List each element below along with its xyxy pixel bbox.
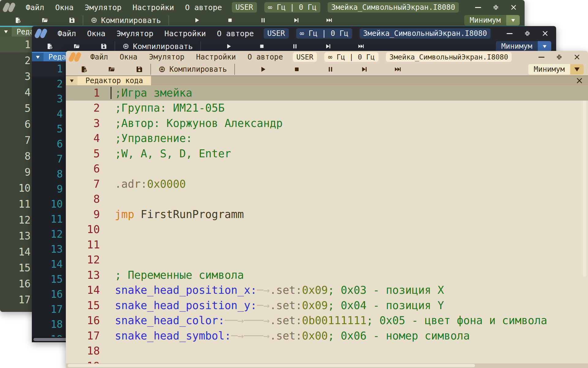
menu-windows[interactable]: Окна — [55, 3, 74, 12]
minimize-button[interactable] — [474, 3, 482, 12]
editor-line[interactable]: 9jmp FirstRunProgramm — [66, 207, 588, 222]
editor-line[interactable]: 17snake_head_symbol:─→───→.set:0x00; 0x0… — [66, 328, 588, 343]
step-button[interactable] — [325, 43, 331, 50]
menu-windows[interactable]: Окна — [87, 29, 105, 38]
editor-line[interactable]: 4;Управление: — [66, 131, 588, 146]
line-number: 11 — [66, 239, 100, 251]
collapse-panel-button[interactable] — [66, 76, 77, 85]
titlebar[interactable]: Файл Окна Эмулятор Настройки О авторе US… — [32, 26, 556, 41]
pause-button[interactable] — [327, 66, 334, 73]
editor-line[interactable]: 8 — [66, 192, 588, 207]
run-to-end-button[interactable] — [326, 17, 333, 24]
open-file-button[interactable] — [42, 17, 48, 24]
close-button[interactable] — [573, 53, 581, 61]
run-button[interactable] — [225, 43, 232, 50]
editor-line[interactable]: 15snake_head_position_y:─→.set:0x09; 0x0… — [66, 298, 588, 313]
new-file-button[interactable] — [81, 66, 88, 73]
minimize-button[interactable] — [537, 53, 546, 61]
titlebar[interactable]: Файл Окна Эмулятор Настройки О авторе US… — [66, 51, 588, 63]
editor-line[interactable]: 1;Игра змейка — [66, 85, 588, 101]
stop-button[interactable] — [227, 17, 233, 24]
open-file-button[interactable] — [74, 43, 80, 50]
editor-line[interactable]: 14snake_head_position_x:─→.set:0x09; 0x0… — [66, 283, 588, 298]
horizontal-scrollbar[interactable] — [66, 363, 588, 368]
compile-button[interactable]: Компилировать — [123, 42, 193, 51]
editor-line[interactable]: 3;Автор: Коржунов Александр — [66, 116, 588, 131]
minimize-button[interactable] — [505, 29, 514, 38]
line-number: 17 — [32, 303, 63, 315]
pause-button[interactable] — [260, 17, 266, 24]
restore-button[interactable] — [555, 53, 564, 61]
line-number: 12 — [32, 228, 63, 240]
menu-emulator[interactable]: Эмулятор — [85, 3, 121, 12]
menu-file[interactable]: Файл — [90, 53, 108, 61]
line-number: 9 — [0, 166, 31, 178]
step-button[interactable] — [293, 17, 300, 24]
collapse-panel-button[interactable] — [0, 27, 12, 36]
speed-select[interactable]: Минимум — [464, 15, 520, 25]
line-number: 8 — [0, 150, 31, 162]
menu-emulator[interactable]: Эмулятор — [149, 53, 185, 61]
editor-line[interactable]: 6 — [66, 161, 588, 177]
menu-settings[interactable]: Настройки — [164, 29, 206, 38]
menu-about[interactable]: О авторе — [247, 53, 283, 61]
menu-settings[interactable]: Настройки — [133, 3, 174, 12]
run-to-end-button[interactable] — [358, 43, 364, 50]
compile-button[interactable]: Компилировать — [91, 16, 161, 25]
run-to-end-button[interactable] — [394, 66, 401, 73]
menubar: Файл Окна Эмулятор Настройки О авторе — [58, 29, 254, 38]
stop-button[interactable] — [293, 66, 300, 73]
editor-line[interactable]: 2;Группа: ИМ21-05Б — [66, 101, 588, 116]
editor-line[interactable]: 7.adr:0x0000 — [66, 176, 588, 192]
run-button[interactable] — [259, 66, 267, 73]
menu-emulator[interactable]: Эмулятор — [116, 29, 153, 38]
menu-file[interactable]: Файл — [58, 29, 76, 38]
line-number: 16 — [0, 278, 31, 290]
close-button[interactable] — [541, 29, 549, 38]
titlebar[interactable]: Файл Окна Эмулятор Настройки О авторе US… — [0, 0, 525, 15]
restore-button[interactable] — [492, 3, 500, 12]
editor-line[interactable]: 13; Переменные символа — [66, 267, 588, 283]
editor-line[interactable]: 16snake_head_color:──→───→.set:0b0011111… — [66, 313, 588, 328]
line-number: 4 — [0, 86, 31, 98]
editor-line[interactable]: 5;W, A, S, D, Enter — [66, 146, 588, 161]
menu-about[interactable]: О авторе — [185, 3, 222, 12]
menu-settings[interactable]: Настройки — [196, 53, 236, 61]
app-logo-icon — [69, 51, 83, 63]
menu-about[interactable]: О авторе — [217, 29, 254, 38]
user-mode-badge: USER — [232, 2, 257, 13]
line-number: 14 — [0, 246, 31, 258]
line-number: 10 — [0, 182, 31, 194]
new-file-button[interactable] — [47, 43, 53, 50]
editor-line[interactable]: 18 — [66, 343, 588, 359]
save-button[interactable] — [100, 43, 107, 50]
step-button[interactable] — [360, 66, 368, 73]
code-text: snake_head_symbol:─→───→.set:0x00; 0x06 … — [115, 330, 470, 342]
menu-windows[interactable]: Окна — [120, 53, 138, 61]
collapse-panel-button[interactable] — [32, 53, 43, 61]
line-number: 18 — [32, 318, 63, 330]
restore-button[interactable] — [523, 29, 532, 38]
close-panel-button[interactable] — [573, 76, 586, 85]
save-button[interactable] — [69, 17, 75, 24]
editor-line[interactable]: 12 — [66, 252, 588, 268]
speed-select[interactable]: Минимум — [496, 41, 551, 52]
save-button[interactable] — [136, 66, 143, 73]
speed-select[interactable]: Минимум — [528, 64, 584, 75]
compile-button[interactable]: Компилировать — [158, 65, 227, 74]
pause-button[interactable] — [292, 43, 298, 50]
toolbar: Компилировать Минимум — [66, 63, 588, 75]
editor-line[interactable]: 11 — [66, 237, 588, 252]
stop-button[interactable] — [258, 43, 265, 50]
editor-line[interactable]: 10 — [66, 222, 588, 237]
code-text: ;Автор: Коржунов Александр — [115, 117, 283, 129]
menu-file[interactable]: Файл — [26, 3, 44, 12]
new-file-button[interactable] — [15, 17, 21, 24]
code-editor[interactable]: 1;Игра змейка2;Группа: ИМ21-05Б3;Автор: … — [66, 85, 588, 368]
run-button[interactable] — [194, 17, 200, 24]
line-number: 15 — [0, 262, 31, 274]
scrollbar-thumb[interactable] — [68, 364, 475, 367]
code-text: .adr:0x0000 — [115, 178, 186, 190]
open-file-button[interactable] — [108, 66, 115, 73]
close-button[interactable] — [509, 3, 518, 12]
